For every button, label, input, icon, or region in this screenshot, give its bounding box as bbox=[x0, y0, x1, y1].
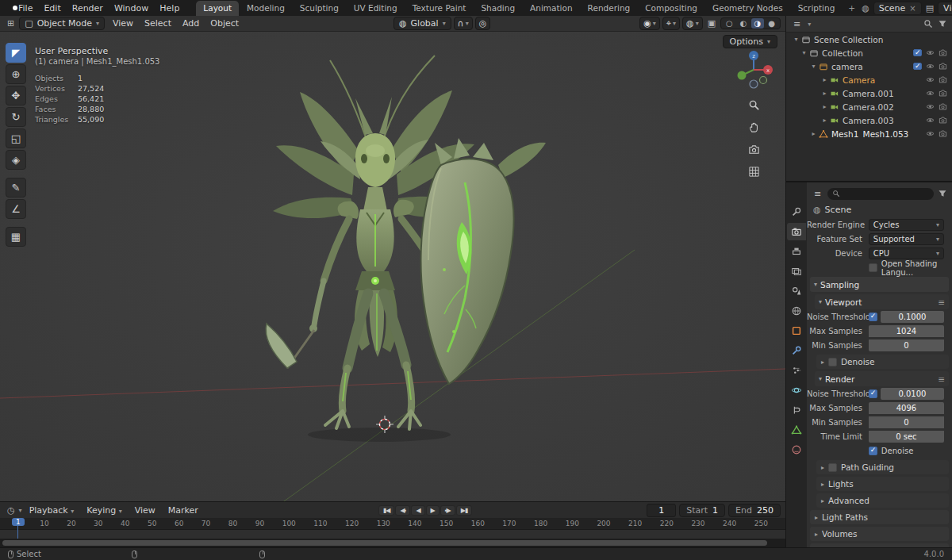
properties-tab-data[interactable] bbox=[787, 421, 806, 439]
filter-icon[interactable] bbox=[938, 19, 947, 29]
filter-icon[interactable] bbox=[938, 189, 947, 198]
viewport-noise-threshold-field[interactable]: 0.1000 bbox=[881, 311, 944, 323]
properties-tab-physics[interactable] bbox=[787, 382, 806, 399]
view-menu[interactable]: View bbox=[129, 504, 161, 516]
hide-eye-icon[interactable] bbox=[926, 129, 935, 138]
viewport-menu-item[interactable]: View bbox=[107, 17, 139, 29]
tool-measure[interactable]: ∠ bbox=[6, 199, 26, 219]
search-icon[interactable] bbox=[923, 19, 933, 29]
properties-tab-modifiers[interactable] bbox=[787, 342, 806, 359]
advanced-panel[interactable]: ▸ Advanced bbox=[816, 493, 949, 508]
current-frame-field[interactable]: 1 bbox=[647, 504, 676, 517]
outliner-row-camera-collection[interactable]: ▾ camera bbox=[786, 59, 952, 73]
disable-render-icon[interactable] bbox=[939, 102, 947, 111]
outliner-row-mesh[interactable]: ▸ Mesh1_Mesh1.053 bbox=[786, 127, 952, 140]
gizmos-dropdown[interactable]: ⌖ ▾ bbox=[662, 17, 680, 30]
camera-view-button[interactable] bbox=[746, 141, 762, 157]
properties-tab-object[interactable] bbox=[787, 322, 806, 339]
next-keyframe-button[interactable]: ▪▶ bbox=[440, 505, 455, 516]
path-guiding-panel[interactable]: ▸ Path Guiding bbox=[816, 460, 949, 474]
viewport-menu-item[interactable]: Add bbox=[177, 17, 205, 29]
outliner-row-camera[interactable]: ▸ Camera bbox=[786, 73, 952, 86]
workspace-tab[interactable]: Shading bbox=[474, 1, 522, 16]
viewport-3d[interactable]: ◤ ⊕ ✥ ↻ ◱ ◈ ✎ ∠ ▦ User Perspective (1) c… bbox=[0, 32, 785, 501]
properties-tab-view-layer[interactable] bbox=[787, 263, 806, 280]
tool-move[interactable]: ✥ bbox=[6, 86, 26, 105]
curves-panel[interactable]: ▸ Curves bbox=[810, 543, 949, 547]
presets-icon[interactable]: ≡ bbox=[938, 374, 945, 384]
outliner-editor-icon[interactable]: ≡ bbox=[791, 19, 803, 29]
workspace-tab[interactable]: Geometry Nodes bbox=[705, 1, 790, 16]
properties-tab-constraints[interactable] bbox=[787, 401, 806, 419]
prev-keyframe-button[interactable]: ◀▪ bbox=[395, 505, 410, 516]
disable-render-icon[interactable] bbox=[939, 116, 947, 125]
properties-tab-material[interactable] bbox=[787, 441, 806, 458]
properties-tab-render[interactable] bbox=[787, 223, 806, 240]
shading-wireframe-button[interactable]: ○ bbox=[723, 18, 736, 29]
topbar-menu-item[interactable]: Edit bbox=[38, 2, 66, 14]
timeline-track[interactable] bbox=[0, 530, 785, 539]
render-max-samples-field[interactable]: 4096 bbox=[869, 402, 944, 414]
render-subsection-header[interactable]: ▾ Render ≡ bbox=[815, 371, 949, 386]
add-workspace-button[interactable]: + bbox=[843, 1, 860, 15]
shading-rendered-button[interactable]: ● bbox=[765, 18, 778, 29]
workspace-tab[interactable]: Scripting bbox=[791, 1, 843, 16]
render-min-samples-field[interactable]: 0 bbox=[869, 416, 944, 428]
jump-to-end-button[interactable]: ▶▮ bbox=[456, 505, 473, 516]
outliner-row-collection[interactable]: ▾ Collection bbox=[786, 46, 952, 59]
sampling-section-header[interactable]: ▾ Sampling bbox=[810, 277, 949, 292]
workspace-tab[interactable]: UV Editing bbox=[347, 1, 405, 16]
topbar-menu-item[interactable]: Render bbox=[67, 2, 109, 14]
time-limit-field[interactable]: 0 sec bbox=[869, 431, 944, 443]
properties-tab-world[interactable] bbox=[787, 302, 806, 320]
tool-cursor[interactable]: ⊕ bbox=[6, 64, 26, 84]
viewport-max-samples-field[interactable]: 1024 bbox=[869, 325, 944, 337]
presets-icon[interactable]: ≡ bbox=[938, 297, 945, 307]
properties-tab-tool[interactable] bbox=[787, 203, 806, 221]
marker-menu[interactable]: Marker bbox=[163, 504, 204, 516]
viewport-subsection-header[interactable]: ▾ Viewport ≡ bbox=[815, 294, 949, 309]
orientation-gizmo[interactable]: z x bbox=[731, 46, 776, 90]
disable-render-icon[interactable] bbox=[939, 62, 947, 71]
disclosure-icon[interactable]: ▾ bbox=[791, 36, 801, 43]
render-noise-threshold-field[interactable]: 0.0100 bbox=[881, 388, 944, 400]
tool-scale[interactable]: ◱ bbox=[6, 128, 26, 148]
render-denoise-checkbox[interactable]: Denoise bbox=[869, 447, 944, 455]
disable-render-icon[interactable] bbox=[939, 48, 947, 57]
properties-tab-output[interactable] bbox=[787, 243, 806, 260]
workspace-tab[interactable]: Animation bbox=[523, 1, 580, 16]
playback-menu[interactable]: Playback ▾ bbox=[24, 504, 80, 516]
tool-select-box[interactable]: ◤ bbox=[6, 43, 26, 63]
light-paths-panel[interactable]: ▸ Light Paths bbox=[810, 510, 949, 524]
properties-editor-icon[interactable]: ≡ bbox=[812, 189, 823, 199]
tool-add-cube[interactable]: ▦ bbox=[6, 227, 26, 247]
disclosure-icon[interactable]: ▾ bbox=[808, 63, 819, 70]
tool-annotate[interactable]: ✎ bbox=[6, 178, 26, 198]
viewport-denoise-checkbox[interactable] bbox=[828, 358, 837, 366]
keying-menu[interactable]: Keying ▾ bbox=[81, 504, 127, 516]
path-guiding-checkbox[interactable] bbox=[828, 463, 837, 472]
timeline-editor-icon[interactable]: ◷ bbox=[5, 505, 17, 516]
workspace-tab[interactable]: Sculpting bbox=[293, 1, 346, 16]
render-noise-threshold-checkbox[interactable] bbox=[869, 389, 877, 398]
outliner-row-camera-003[interactable]: ▸ Camera.003 bbox=[786, 113, 952, 127]
hide-eye-icon[interactable] bbox=[926, 75, 935, 84]
tool-transform[interactable]: ◈ bbox=[6, 150, 26, 170]
hide-eye-icon[interactable] bbox=[926, 116, 935, 125]
end-frame-field[interactable]: End 250 bbox=[728, 504, 781, 517]
orientation-selector[interactable]: ◍ Global ▾ bbox=[393, 17, 451, 30]
viewport-menu-item[interactable]: Object bbox=[205, 17, 244, 29]
osl-checkbox[interactable]: Open Shading Langu... bbox=[869, 259, 944, 277]
workspace-tab[interactable]: Modeling bbox=[240, 1, 292, 16]
jump-to-start-button[interactable]: ▮◀ bbox=[378, 505, 395, 516]
play-button[interactable]: ▶ bbox=[426, 505, 440, 516]
mode-selector[interactable]: ▢ Object Mode ▾ bbox=[19, 17, 105, 30]
zoom-button[interactable] bbox=[746, 97, 762, 113]
properties-tab-particles[interactable] bbox=[787, 362, 806, 379]
disable-render-icon[interactable] bbox=[939, 129, 947, 138]
workspace-tab[interactable]: Rendering bbox=[581, 1, 638, 16]
viewport-denoise-panel[interactable]: ▸ Denoise bbox=[816, 355, 949, 369]
topbar-menu-item[interactable]: Window bbox=[109, 2, 154, 14]
pan-hand-button[interactable] bbox=[746, 119, 762, 135]
device-dropdown[interactable]: CPU ▾ bbox=[869, 247, 944, 259]
